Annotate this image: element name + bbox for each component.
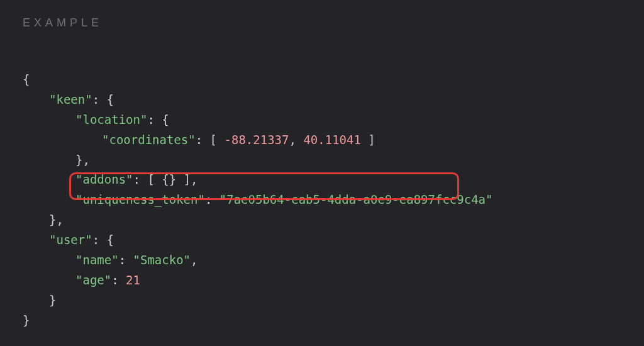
empty-object: {} (162, 172, 176, 186)
example-heading: EXAMPLE (23, 16, 621, 30)
key-uniqueness-token: "uniqueness_token" (75, 193, 205, 206)
key-coordinates: "coordinates" (102, 133, 196, 147)
key-name: "name" (75, 253, 119, 267)
value-coord-lon: -88.21337 (225, 133, 289, 147)
bracket-open: [ (210, 133, 217, 147)
key-location: "location" (75, 113, 147, 126)
space (361, 133, 368, 147)
bracket-open: [ (147, 172, 154, 186)
colon: : (205, 193, 219, 206)
colon: : (147, 113, 162, 126)
code-example-panel: EXAMPLE { "keen": { "location": { "coord… (0, 0, 644, 346)
value-coord-lat: 40.11041 (303, 133, 361, 147)
colon: : (196, 133, 210, 147)
comma: , (191, 172, 197, 186)
brace-close-comma: }, (49, 213, 64, 226)
colon: : (111, 273, 126, 287)
comma: , (191, 253, 197, 267)
brace-open: { (107, 233, 114, 247)
colon: : (92, 92, 107, 106)
brace-open: { (23, 72, 30, 86)
value-age: 21 (126, 273, 140, 287)
colon: : (92, 233, 107, 247)
colon: : (119, 253, 133, 267)
bracket-close: ] (368, 133, 375, 147)
colon: : (133, 172, 148, 186)
brace-close: } (23, 313, 30, 327)
space (176, 172, 183, 186)
key-keen: "keen" (49, 92, 92, 106)
value-name: "Smacko" (133, 253, 191, 267)
key-age: "age" (75, 273, 111, 287)
key-user: "user" (49, 233, 92, 247)
comma: , (289, 133, 296, 147)
code-block: { "keen": { "location": { "coordinates":… (23, 50, 621, 346)
key-addons: "addons" (75, 172, 133, 186)
value-uniqueness-token: "7ae05b64-eab5-4dda-a0e9-ea897fcc9c4a" (219, 193, 493, 206)
space (217, 133, 224, 147)
brace-close-comma: }, (75, 153, 90, 167)
space (296, 133, 303, 147)
brace-open: { (107, 92, 114, 106)
brace-close: } (49, 293, 56, 307)
brace-open: { (162, 113, 169, 126)
space (155, 172, 162, 186)
bracket-close: ] (184, 172, 191, 186)
